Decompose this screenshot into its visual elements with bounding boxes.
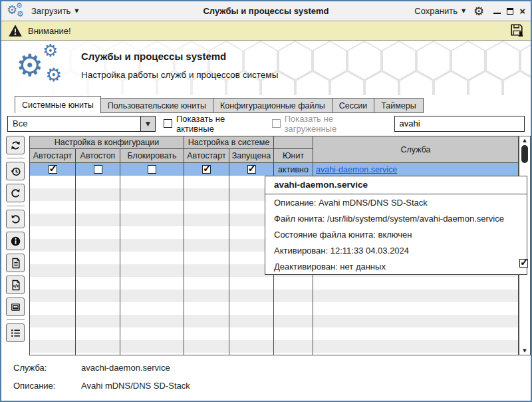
warning-label: Внимание!	[28, 26, 71, 36]
list-button[interactable]	[6, 323, 25, 342]
save-menu-button[interactable]: Сохранить ▼	[414, 6, 466, 16]
document-button[interactable]	[6, 254, 25, 272]
undo-button[interactable]	[6, 210, 25, 228]
table-cell-empty	[76, 188, 120, 201]
table-cell-empty	[76, 315, 120, 327]
refresh-icon	[10, 140, 21, 151]
column-header-autostart-system: Автостарт	[184, 149, 229, 163]
table-cell-empty	[184, 264, 229, 277]
autostart-system-checkbox[interactable]	[202, 165, 211, 174]
table-row-avahi[interactable]: активно avahi-daemon.service	[30, 163, 518, 176]
column-header-service: Служба	[313, 136, 518, 163]
unit-file-icon	[10, 280, 21, 291]
table-cell-empty	[184, 201, 229, 214]
show-inactive-checkbox-group[interactable]: Показать не активные	[164, 114, 264, 134]
table-cell-empty	[229, 302, 274, 315]
table-cell-empty	[76, 176, 120, 188]
history-undo-icon	[10, 166, 21, 177]
table-cell-empty	[313, 353, 518, 355]
table-cell-empty	[120, 176, 184, 188]
table-cell-empty	[76, 277, 120, 290]
table-cell-empty	[76, 264, 120, 277]
table-cell-empty	[76, 252, 120, 264]
table-cell-empty	[274, 340, 313, 353]
tooltip-description: Описание: Avahi mDNS/DNS SD-Stack	[265, 194, 527, 210]
status-service-label: Служба:	[13, 363, 81, 373]
table-cell-empty	[229, 353, 274, 355]
close-button[interactable]: ×	[519, 6, 525, 16]
search-input[interactable]	[394, 116, 525, 132]
table-cell-empty	[229, 327, 274, 340]
info-button[interactable]	[6, 232, 25, 250]
tab-user-units[interactable]: Пользовательские юниты	[101, 98, 213, 113]
row-select-checkbox[interactable]	[519, 259, 528, 268]
show-inactive-label: Показать не активные	[176, 114, 264, 134]
table-cell-empty	[274, 290, 313, 302]
settings-gear-icon[interactable]: ⚙	[473, 5, 484, 17]
table-cell-empty	[313, 302, 518, 315]
maximize-button[interactable]	[507, 8, 513, 15]
autostart-config-checkbox[interactable]	[49, 165, 57, 174]
show-unloaded-checkbox-group: Показать не загруженные	[272, 114, 386, 134]
block-checkbox[interactable]	[148, 165, 156, 174]
table-cell-empty	[76, 340, 120, 353]
load-menu-label: Загрузить	[31, 6, 70, 16]
tooltip-unit-file-state: Состояние файла юнита: включен	[265, 226, 527, 242]
scrollbar-thumb[interactable]	[521, 145, 528, 163]
table-cell-empty	[76, 327, 120, 340]
table-cell-empty	[274, 302, 313, 315]
history-restore-button[interactable]	[6, 162, 25, 180]
table-cell-empty	[184, 290, 229, 302]
redo-button[interactable]	[6, 184, 25, 202]
tab-timers[interactable]: Таймеры	[374, 98, 424, 113]
table-cell-empty	[184, 188, 229, 201]
group-header-system: Настройка в системе	[184, 136, 274, 149]
table-cell-empty	[184, 353, 229, 355]
column-header-autostop: Автостоп	[76, 149, 120, 163]
save-units-button[interactable]	[509, 23, 524, 39]
table-cell-empty	[30, 353, 76, 355]
tab-bar: Системные юниты Пользовательские юниты К…	[1, 95, 531, 113]
table-header: Настройка в конфигурации Настройка в сис…	[30, 136, 518, 163]
table-cell-empty	[313, 327, 518, 340]
combobox-dropdown-button[interactable]: ▼	[140, 116, 155, 131]
service-link[interactable]: avahi-daemon.service	[316, 165, 397, 174]
tab-config-files[interactable]: Конфигурационные файлы	[213, 98, 332, 113]
chevron-down-icon: ▼	[462, 8, 466, 14]
table-cell-empty	[313, 290, 518, 302]
tooltip-title: avahi-daemon.service	[265, 176, 527, 194]
table-cell-empty	[76, 290, 120, 302]
table-cell-empty	[120, 188, 184, 201]
tab-system-units[interactable]: Системные юниты	[15, 96, 101, 113]
scroll-down-icon[interactable]: ▼	[519, 348, 530, 353]
show-inactive-checkbox[interactable]	[164, 119, 172, 128]
table-cell-empty	[184, 277, 229, 290]
toolbar-separator	[7, 319, 25, 320]
autostop-checkbox[interactable]	[94, 165, 102, 174]
scroll-up-icon[interactable]: ▲	[519, 138, 530, 143]
table-cell-empty	[184, 214, 229, 226]
refresh-button[interactable]	[6, 136, 25, 154]
table-cell-empty	[184, 176, 229, 188]
table-cell-empty	[30, 188, 76, 201]
minimize-button[interactable]	[493, 9, 501, 14]
table-cell-empty	[76, 353, 120, 355]
chevron-down-icon: ▼	[146, 120, 150, 127]
tab-sessions[interactable]: Сессии	[332, 98, 374, 113]
table-cell-empty	[30, 327, 76, 340]
table-cell-empty	[184, 226, 229, 239]
journal-button[interactable]	[6, 298, 25, 316]
table-cell-empty	[30, 302, 76, 315]
filter-row: Все ▼ Показать не активные Показать не з…	[1, 113, 531, 134]
group-header-config: Настройка в конфигурации	[30, 136, 184, 149]
table-cell-empty	[313, 277, 518, 290]
table-cell-empty	[120, 327, 184, 340]
load-menu-button[interactable]: Загрузить ▼	[31, 6, 79, 16]
table-cell-empty	[120, 290, 184, 302]
running-checkbox[interactable]	[247, 165, 256, 174]
list-icon	[10, 327, 21, 339]
unit-tooltip: avahi-daemon.service Описание: Avahi mDN…	[265, 176, 527, 275]
status-description-value: Avahi mDNS/DNS SD-Stack	[81, 381, 190, 391]
unit-file-button[interactable]	[6, 276, 25, 294]
category-combobox[interactable]: Все ▼	[7, 116, 156, 132]
